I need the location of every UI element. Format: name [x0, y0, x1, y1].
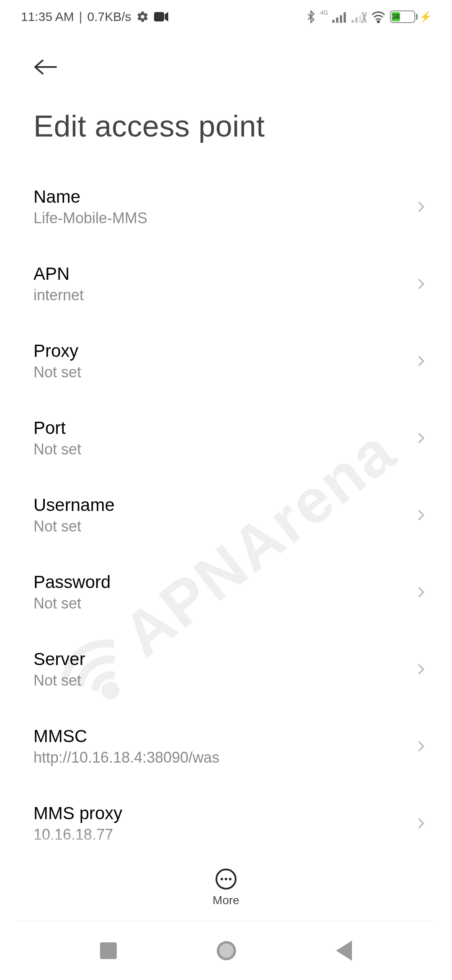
row-server-value: Not set: [33, 672, 415, 689]
row-mmsc-label: MMSC: [33, 726, 415, 746]
svg-rect-4: [344, 12, 346, 23]
chevron-right-icon: [415, 818, 427, 829]
more-button[interactable]: More: [0, 854, 452, 921]
row-proxy[interactable]: Proxy Not set: [0, 322, 452, 400]
navigation-bar: [0, 921, 452, 980]
network-4g-label: 4G: [320, 9, 328, 16]
row-mmsc-value: http://10.16.18.4:38090/was: [33, 749, 415, 766]
status-right: 4G 38 ⚡: [306, 10, 432, 24]
row-name-value: Life-Mobile-MMS: [33, 209, 415, 227]
row-mmsc[interactable]: MMSC http://10.16.18.4:38090/was: [0, 708, 452, 785]
status-left: 11:35 AM | 0.7KB/s: [21, 10, 168, 24]
svg-rect-7: [359, 15, 361, 23]
svg-rect-6: [355, 18, 357, 23]
row-port-value: Not set: [33, 441, 415, 458]
row-username-value: Not set: [33, 518, 415, 535]
row-password-label: Password: [33, 572, 415, 592]
page-title: Edit access point: [33, 109, 419, 143]
row-server[interactable]: Server Not set: [0, 631, 452, 708]
svg-point-11: [378, 21, 380, 23]
nav-recent-button[interactable]: [100, 942, 117, 959]
bluetooth-icon: [306, 10, 316, 24]
chevron-right-icon: [415, 586, 427, 598]
row-port-label: Port: [33, 418, 415, 438]
row-apn[interactable]: APN internet: [0, 245, 452, 322]
status-data-rate: 0.7KB/s: [87, 10, 131, 24]
more-icon: [216, 869, 236, 890]
row-mms-proxy-label: MMS proxy: [33, 803, 415, 823]
row-password-value: Not set: [33, 595, 415, 612]
row-apn-value: internet: [33, 286, 415, 304]
scroll-fade: [0, 833, 452, 854]
row-name-label: Name: [33, 187, 415, 207]
nav-home-button[interactable]: [217, 941, 236, 960]
svg-rect-0: [154, 12, 164, 22]
row-username-label: Username: [33, 495, 415, 515]
signal-sim2-icon: [352, 10, 367, 23]
chevron-right-icon: [415, 432, 427, 444]
row-username[interactable]: Username Not set: [0, 477, 452, 554]
chevron-right-icon: [415, 509, 427, 521]
status-time: 11:35 AM: [21, 10, 74, 24]
charging-icon: ⚡: [419, 11, 432, 23]
svg-rect-2: [336, 18, 338, 23]
status-bar: 11:35 AM | 0.7KB/s 4G 38 ⚡: [0, 0, 452, 34]
chevron-right-icon: [415, 355, 427, 367]
settings-list[interactable]: Name Life-Mobile-MMS APN internet Proxy …: [0, 156, 452, 862]
nav-back-button[interactable]: [336, 941, 352, 961]
row-port[interactable]: Port Not set: [0, 400, 452, 477]
row-proxy-label: Proxy: [33, 341, 415, 361]
svg-rect-1: [332, 20, 334, 23]
battery-cap: [416, 14, 418, 20]
battery-percent: 38: [392, 12, 400, 21]
camera-icon: [154, 12, 168, 22]
battery-shell: 38: [390, 10, 415, 23]
chevron-right-icon: [415, 278, 427, 290]
row-name[interactable]: Name Life-Mobile-MMS: [0, 168, 452, 245]
signal-sim1-icon: [332, 10, 347, 23]
more-label: More: [213, 894, 239, 907]
battery-indicator: 38 ⚡: [390, 10, 432, 23]
header: Edit access point: [0, 34, 452, 156]
row-password[interactable]: Password Not set: [0, 554, 452, 631]
row-proxy-value: Not set: [33, 364, 415, 381]
row-server-label: Server: [33, 649, 415, 669]
svg-rect-5: [352, 20, 354, 23]
chevron-right-icon: [415, 663, 427, 675]
back-button[interactable]: [33, 54, 59, 80]
gear-icon: [136, 10, 149, 23]
status-separator: |: [79, 10, 82, 24]
wifi-icon: [371, 10, 386, 23]
arrow-left-icon: [33, 59, 58, 75]
chevron-right-icon: [415, 201, 427, 213]
row-apn-label: APN: [33, 264, 415, 284]
svg-rect-3: [340, 15, 342, 23]
chevron-right-icon: [415, 740, 427, 752]
